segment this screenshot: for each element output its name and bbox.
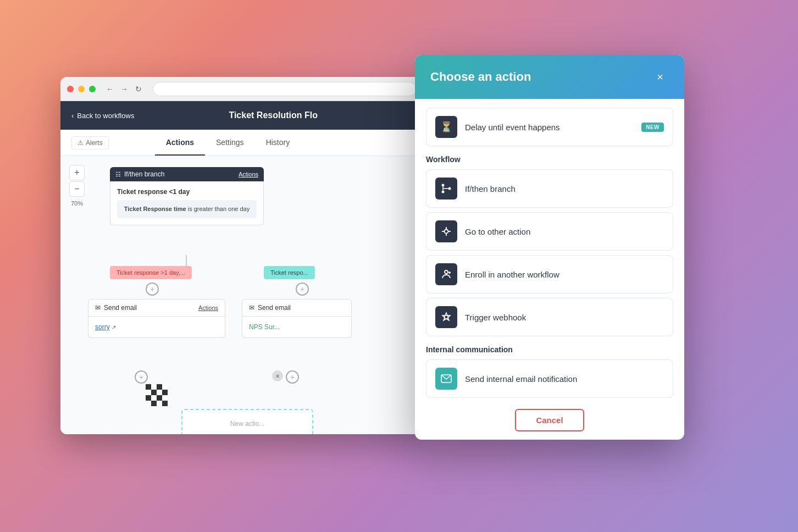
email-body-2: NPS Sur... [242,317,352,338]
branch-condition: Ticket response <1 day [117,188,257,196]
ticket-red-badge: Ticket response >1 day,... [110,266,192,279]
address-bar[interactable] [153,82,417,96]
browser-btn-green [89,86,96,92]
workflow-canvas: + − 70% ☷ If/then branch Actions Ticket … [60,156,423,434]
browser-btn-yellow [78,86,85,92]
branch-header: ☷ If/then branch Actions [110,167,264,181]
enroll-action-icon [435,263,457,285]
zoom-in-button[interactable]: + [69,165,85,180]
modal-header: Choose an action × [415,55,684,99]
connector-line [186,255,187,267]
email-icon-1: ✉ [95,304,101,312]
back-chevron-icon: ‹ [71,112,74,120]
app-header: ‹ Back to workflows Ticket Resolution Fl… [60,101,423,130]
condition-box: Ticket Response time is greater than one… [117,200,257,218]
svg-point-11 [445,270,448,274]
action-item-goto[interactable]: Go to other action [426,212,673,251]
webhook-action-label: Trigger webhook [465,313,526,322]
forward-arrow-icon[interactable]: → [119,84,130,95]
svg-point-1 [442,191,445,193]
back-arrow-icon[interactable]: ← [104,84,115,95]
goto-action-icon [435,220,457,242]
browser-btn-red [67,86,74,92]
email-link-1[interactable]: sorry [95,323,110,331]
svg-rect-14 [445,315,448,319]
tab-actions[interactable]: Actions [155,130,205,156]
alert-icon: ⚠ [77,139,84,147]
new-badge: NEW [641,123,664,132]
back-to-workflows-link[interactable]: ‹ Back to workflows [71,112,134,120]
browser-nav: ← → ↻ [104,84,144,95]
modal-title: Choose an action [430,70,531,84]
add-btn-1[interactable]: + [146,282,159,296]
zoom-out-button[interactable]: − [69,181,85,197]
external-link-icon: ↗ [112,324,116,330]
page-title: Ticket Resolution Flo [134,110,412,120]
cancel-button[interactable]: Cancel [515,409,584,431]
modal-close-button[interactable]: × [651,68,669,86]
modal-body: ⏳ Delay until event happens NEW Workflow… [415,99,684,440]
action-item-branch[interactable]: If/then branch [426,169,673,208]
send-email-node-2: ✉ Send email NPS Sur... [242,299,352,338]
internal-email-icon [435,368,457,390]
delay-label: Delay until event happens [465,123,560,132]
close-x-btn[interactable]: ✕ [272,370,283,381]
branch-node: ☷ If/then branch Actions Ticket response… [110,167,264,225]
send-email-node-1: ✉ Send email Actions sorry ↗ [88,299,225,338]
internal-section-label: Internal communication [426,345,673,354]
refresh-icon[interactable]: ↻ [133,84,144,95]
branch-action-icon [435,178,457,199]
browser-window: ← → ↻ ‹ Back to workflows Ticket Resolut… [60,77,423,434]
browser-chrome: ← → ↻ [60,77,423,101]
new-action-box[interactable]: New actio... [181,409,313,434]
svg-point-2 [448,187,451,190]
svg-point-0 [442,184,445,187]
zoom-level: 70% [69,200,85,207]
email-icon-2: ✉ [249,304,254,312]
add-btn-2[interactable]: + [296,282,309,296]
alerts-badge[interactable]: ⚠ Alerts [71,136,109,149]
tab-history[interactable]: History [255,130,301,156]
tab-settings[interactable]: Settings [205,130,255,156]
ticket-teal-badge: Ticket respo... [264,266,315,279]
app-content: ‹ Back to workflows Ticket Resolution Fl… [60,101,423,434]
action-item-internal-email[interactable]: Send internal email notification [426,359,673,398]
internal-email-label: Send internal email notification [465,374,577,384]
branch-body: Ticket response <1 day Ticket Response t… [110,181,264,225]
enroll-action-label: Enroll in another workflow [465,270,559,279]
action-item-enroll[interactable]: Enroll in another workflow [426,255,673,293]
goto-action-label: Go to other action [465,227,530,236]
nav-tabs: Actions Settings History [155,130,301,156]
drag-indicator [146,384,168,406]
action-item-webhook[interactable]: Trigger webhook [426,298,673,336]
email-header-2: ✉ Send email [242,299,352,317]
branch-icon: ☷ [115,171,121,178]
svg-point-6 [445,230,448,234]
add-row-1[interactable]: + [135,370,148,384]
zoom-controls: + − 70% [69,165,85,207]
app-nav: ⚠ Alerts Actions Settings History [60,130,423,156]
webhook-action-icon [435,306,457,328]
workflow-section-label: Workflow [426,155,673,164]
nps-text: NPS Sur... [249,323,280,331]
branch-action-label: If/then branch [465,184,516,193]
choose-action-modal: Choose an action × ⏳ Delay until event h… [415,55,684,440]
action-item-delay[interactable]: ⏳ Delay until event happens NEW [426,108,673,146]
add-row-2[interactable]: + [286,370,299,384]
email-header-1: ✉ Send email Actions [88,299,225,317]
delay-icon: ⏳ [435,116,457,138]
email-body-1: sorry ↗ [88,317,225,338]
